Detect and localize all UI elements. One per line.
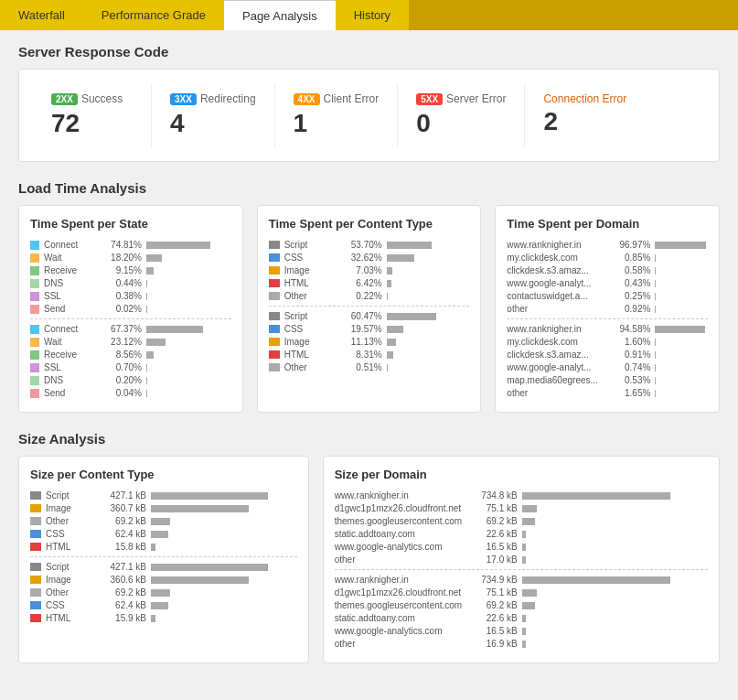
- badge-5xx: 5XX: [416, 93, 443, 105]
- domain-label: clickdesk.s3.amaz...: [507, 350, 612, 360]
- bar-wrap: [387, 293, 470, 300]
- size-content-size: 62.4 kB: [96, 529, 146, 539]
- tab-page-analysis[interactable]: Page Analysis: [224, 0, 336, 30]
- domain-pct: 0.58%: [612, 265, 650, 275]
- content-label: Other: [284, 362, 344, 372]
- tab-history[interactable]: History: [336, 0, 409, 30]
- size-content-label: CSS: [46, 529, 96, 539]
- domain-label: my.clickdesk.com: [507, 253, 612, 263]
- size-domain-size: 16.5 kB: [467, 542, 518, 552]
- bar: [146, 351, 154, 359]
- bar-wrap: [655, 364, 708, 372]
- size-content-title: Size per Content Type: [30, 468, 297, 481]
- bar: [387, 242, 432, 249]
- content-pct: 0.22%: [344, 291, 382, 301]
- size-analysis-title: Size Analysis: [18, 431, 720, 447]
- size-domain-label: other: [335, 639, 467, 649]
- size-domain-size: 75.1 kB: [467, 587, 518, 598]
- domain-row: www.ranknigher.in 96.97%: [507, 240, 708, 250]
- bar-wrap: [151, 602, 297, 609]
- size-content-size: 427.1 kB: [96, 490, 146, 501]
- tab-performance-grade[interactable]: Performance Grade: [83, 0, 224, 30]
- content-label: HTML: [284, 278, 344, 288]
- content-label: Image: [284, 337, 344, 347]
- bar-wrap: [522, 492, 708, 500]
- size-content-size: 360.7 kB: [96, 503, 146, 513]
- state-label: SSL: [44, 362, 103, 372]
- content-icon: [269, 325, 280, 333]
- domain-row: other 1.65%: [507, 388, 708, 398]
- domain-pct: 0.85%: [612, 253, 650, 263]
- size-domain-size: 69.2 kB: [467, 600, 518, 610]
- load-time-grid: Time Spent per State Connect 74.81% Wait…: [18, 205, 720, 413]
- badge-4xx: 4XX: [294, 93, 320, 105]
- tab-waterfall[interactable]: Waterfall: [0, 0, 83, 30]
- bar-wrap: [146, 351, 231, 359]
- size-domain-size: 17.0 kB: [467, 555, 518, 565]
- bar: [655, 364, 656, 372]
- state-label: SSL: [44, 291, 103, 301]
- size-domain-size: 16.9 kB: [467, 639, 518, 649]
- domain-label: www.ranknigher.in: [507, 240, 612, 250]
- state-label: Send: [44, 388, 103, 398]
- bar-wrap: [387, 339, 470, 346]
- size-domain-label: themes.googleusercontent.com: [335, 600, 467, 610]
- bar-wrap: [522, 615, 708, 622]
- size-domain-card: Size per Domain www.ranknigher.in 734.8 …: [323, 456, 720, 663]
- content-icon: [269, 363, 280, 372]
- size-domain-row: static.addtoany.com 22.6 kB: [335, 613, 708, 623]
- bar-wrap: [387, 242, 470, 249]
- size-content-size: 62.4 kB: [96, 600, 146, 610]
- content-pct: 19.57%: [344, 324, 382, 334]
- bar: [146, 339, 166, 346]
- content-icon: [269, 279, 280, 287]
- content-icon: [269, 338, 280, 346]
- bar: [387, 364, 388, 372]
- bar: [151, 531, 168, 538]
- bar: [655, 242, 706, 249]
- bar: [387, 254, 414, 262]
- size-content-size: 69.2 kB: [96, 587, 146, 598]
- color-box: [30, 305, 39, 314]
- state-pct: 23.12%: [103, 337, 142, 347]
- size-content-size: 427.1 kB: [96, 562, 146, 572]
- domain-label: www.google-analyt...: [507, 362, 612, 372]
- size-content-row: Image 360.6 kB: [30, 575, 297, 585]
- state-label: DNS: [44, 375, 103, 385]
- bar-wrap: [655, 306, 708, 313]
- bar: [151, 492, 268, 500]
- color-box: [30, 376, 39, 385]
- domain-chart-card: Time Spent per Domain www.ranknigher.in …: [495, 205, 720, 413]
- bar-wrap: [655, 254, 708, 262]
- src-3xx-label: Redirecting: [200, 92, 256, 105]
- size-content-label: Other: [46, 516, 96, 526]
- src-5xx: 5XXServer Error 0: [398, 83, 525, 147]
- src-5xx-label: Server Error: [446, 92, 506, 105]
- bar-wrap: [151, 544, 297, 551]
- domain-row: www.google-analyt... 0.74%: [507, 362, 708, 372]
- bar-wrap: [655, 390, 708, 397]
- bar-wrap: [655, 377, 708, 384]
- bar: [522, 531, 526, 538]
- size-domain-label: d1gwc1p1mzx26.cloudfront.net: [335, 587, 467, 598]
- bar: [522, 492, 671, 500]
- domain-row: my.clickdesk.com 1.60%: [507, 337, 708, 347]
- bar-wrap: [522, 602, 708, 609]
- bar-wrap: [522, 518, 708, 525]
- size-content-card: Size per Content Type Script 427.1 kB Im…: [18, 456, 309, 663]
- server-response-grid: 2XXSuccess 72 3XXRedirecting 4 4XXClient…: [33, 83, 705, 147]
- size-content-row: Script 427.1 kB: [30, 562, 297, 572]
- bar-wrap: [655, 351, 708, 359]
- size-domain-label: static.addtoany.com: [335, 529, 467, 539]
- state-chart-title: Time Spent per State: [30, 217, 231, 231]
- domain-pct: 0.43%: [612, 278, 650, 288]
- bar-wrap: [522, 641, 708, 648]
- domain-pct: 1.60%: [612, 337, 650, 347]
- bar: [522, 589, 537, 597]
- domain-pct: 94.58%: [612, 324, 650, 334]
- state-pct: 0.38%: [103, 291, 142, 301]
- bar-wrap: [151, 576, 297, 584]
- bar-wrap: [151, 492, 297, 500]
- src-conn-error: Connection Error 2: [525, 83, 645, 147]
- content-pct: 32.62%: [344, 253, 382, 263]
